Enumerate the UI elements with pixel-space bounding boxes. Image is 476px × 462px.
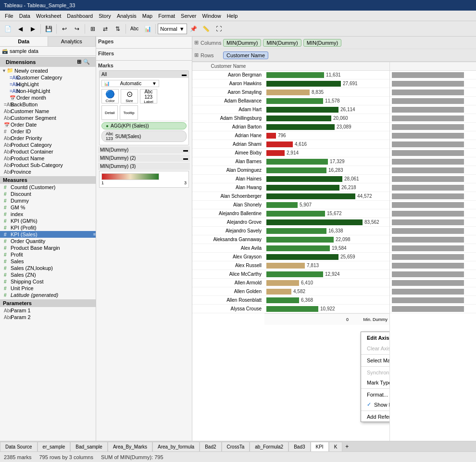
bar-row-2[interactable]: 8,835: [264, 88, 389, 97]
fullscreen-button[interactable]: ⛶: [213, 23, 225, 35]
menu-add-ref-line[interactable]: Add Reference Line: [361, 412, 389, 422]
bar-row-21[interactable]: 25,659: [264, 253, 389, 261]
dim-order-priority[interactable]: Abc Order Priority: [0, 135, 96, 141]
tab-crossta[interactable]: CrossTa: [222, 442, 250, 451]
bar-row-1[interactable]: 27,691: [264, 79, 389, 88]
bar-row-16[interactable]: 15,672: [264, 209, 389, 218]
menu-format[interactable]: Format: [155, 12, 178, 20]
measure-dummy[interactable]: # Dummy: [0, 197, 96, 204]
measure-index[interactable]: # index: [0, 211, 96, 218]
dim-product-subcategory[interactable]: Abc Product Sub-Category: [0, 162, 96, 168]
ruler-button[interactable]: 📏: [200, 23, 212, 35]
menu-map[interactable]: Map: [139, 12, 155, 20]
bar-row-20[interactable]: 19,584: [264, 244, 389, 253]
bar-row-24[interactable]: 6,410: [264, 279, 389, 287]
tab-kpi[interactable]: KPI: [311, 442, 329, 451]
bar-row-17[interactable]: 83,562: [264, 218, 389, 227]
bar-row-19[interactable]: 22,098: [264, 235, 389, 244]
dim-backbutton[interactable]: =Abc BackButton: [0, 101, 96, 108]
measure-profit[interactable]: # Profit: [0, 251, 96, 258]
sort-button[interactable]: ⇅: [112, 23, 124, 35]
menu-dashboard[interactable]: Dashboard: [64, 12, 96, 20]
menu-analysis[interactable]: Analysis: [114, 12, 139, 20]
tab-er-sample[interactable]: er_sample: [38, 442, 71, 451]
dim-order-id[interactable]: # Order ID: [0, 128, 96, 135]
tab-bad2[interactable]: Bad2: [200, 442, 221, 451]
col-pill-2[interactable]: MIN(Dummy): [263, 39, 301, 47]
menu-show-header[interactable]: ✓ Show Header: [361, 399, 389, 410]
bar-row-5[interactable]: 20,060: [264, 114, 389, 123]
measure-sales[interactable]: # Sales: [0, 258, 96, 265]
marks-detail-btn[interactable]: Detail: [101, 105, 118, 120]
menu-select-marks[interactable]: Select Marks: [361, 356, 389, 365]
col-pill-3[interactable]: MIN(Dummy): [303, 39, 341, 47]
menu-worksheet[interactable]: Worksheet: [33, 12, 64, 20]
menu-server[interactable]: Server: [178, 12, 199, 20]
col-pill-1[interactable]: MIN(Dummy): [223, 39, 261, 47]
tab-data-source[interactable]: Data Source: [0, 442, 38, 451]
measure-kpi-gm[interactable]: # KPI (GM%): [0, 218, 96, 224]
marks-label-btn[interactable]: Abc123 Label: [140, 89, 157, 103]
bar-row-27[interactable]: 10,922: [264, 305, 389, 313]
normal-dropdown[interactable]: Normal ▼: [158, 24, 187, 34]
menu-story[interactable]: Story: [96, 12, 114, 20]
tab-bad3[interactable]: Bad3: [288, 442, 310, 451]
bar-row-23[interactable]: 12,924: [264, 270, 389, 279]
dim-customer-category[interactable]: =Abc Customer Category: [0, 74, 96, 81]
undo-button[interactable]: ↩: [59, 23, 70, 35]
dim-customer-name[interactable]: Abc Customer Name: [0, 108, 96, 115]
tab-area-by-marks[interactable]: Area_By_Marks: [108, 442, 152, 451]
measure-latitude[interactable]: # Latitude (generated): [0, 292, 96, 298]
tab-area-by-formula[interactable]: Area_by_formula: [152, 442, 200, 451]
menu-file[interactable]: File: [2, 12, 16, 20]
tab-analytics[interactable]: Analytics: [48, 37, 96, 46]
bar-row-7[interactable]: 796: [264, 131, 389, 140]
measure-shipping-cost[interactable]: # Shipping Cost: [0, 278, 96, 285]
param-1[interactable]: Abc Param 1: [0, 307, 96, 314]
marks-type-dropdown[interactable]: 📊 Automatic ▼: [101, 80, 159, 87]
context-menu[interactable]: Edit Axis... ✓ Clear Axis Range Select M…: [361, 332, 389, 422]
measure-kpi-profit[interactable]: # KPI (Profit): [0, 224, 96, 231]
dim-non-highlight[interactable]: =Abc Non-HighLight: [0, 88, 96, 94]
bar-row-18[interactable]: 16,338: [264, 227, 389, 235]
folder-newly-created[interactable]: ▼ 📁 Newly created: [0, 67, 96, 74]
bar-row-4[interactable]: 26,114: [264, 105, 389, 114]
bar-row-25[interactable]: 4,582: [264, 287, 389, 296]
bar-row-12[interactable]: 28,061: [264, 175, 389, 183]
measure-product-base-margin[interactable]: # Product Base Margin: [0, 244, 96, 251]
menu-window[interactable]: Window: [200, 12, 224, 20]
measure-order-quantity[interactable]: # Order Quantity: [0, 238, 96, 244]
menu-format[interactable]: Format...: [361, 390, 389, 399]
dim-province[interactable]: Abc Province: [0, 168, 96, 175]
bar-row-9[interactable]: 2,914: [264, 149, 389, 157]
marks-size-btn[interactable]: ⊙ Size: [121, 89, 138, 103]
menu-sync-axis[interactable]: Synchronize Axis: [361, 368, 389, 377]
tab-data[interactable]: Data: [0, 37, 48, 46]
tab-ab-formula2[interactable]: ab_Formula2: [250, 442, 288, 451]
bar-row-10[interactable]: 17,329: [264, 157, 389, 166]
chart-type-button[interactable]: 📊: [142, 23, 153, 35]
redo-button[interactable]: ↪: [71, 23, 83, 35]
forward-button[interactable]: ▶: [27, 23, 38, 35]
marks-tooltip-btn[interactable]: Tooltip: [120, 105, 138, 120]
bar-row-22[interactable]: 7,813: [264, 261, 389, 270]
swap-button[interactable]: ⇄: [100, 23, 111, 35]
bar-row-3[interactable]: 11,578: [264, 97, 389, 105]
measure-gm[interactable]: # GM %: [0, 204, 96, 211]
bar-row-14[interactable]: 44,572: [264, 192, 389, 201]
measure-kpi-sales[interactable]: # KPI (Sales) ≡: [0, 231, 96, 238]
bars-area[interactable]: 11,63127,6918,83511,57826,11420,06023,08…: [264, 62, 389, 441]
dim-product-category[interactable]: Abc Product Category: [0, 141, 96, 148]
param-2[interactable]: Abc Param 2: [0, 314, 96, 321]
menu-edit-axis[interactable]: Edit Axis... ✓: [361, 332, 389, 344]
bar-row-15[interactable]: 5,907: [264, 201, 389, 209]
save-button[interactable]: 💾: [43, 23, 54, 35]
menu-clear-axis[interactable]: Clear Axis Range: [361, 344, 389, 353]
menu-mark-type[interactable]: Mark Type ▶: [361, 377, 389, 387]
marks-color-btn[interactable]: 🔵 Color: [101, 89, 119, 103]
row-pill-1[interactable]: Customer Name: [223, 51, 268, 59]
bar-row-0[interactable]: 11,631: [264, 71, 389, 79]
add-button[interactable]: Abc: [128, 23, 141, 35]
dim-customer-segment[interactable]: Abc Customer Segment: [0, 115, 96, 121]
dim-order-date[interactable]: 📅 Order Date: [0, 121, 96, 128]
